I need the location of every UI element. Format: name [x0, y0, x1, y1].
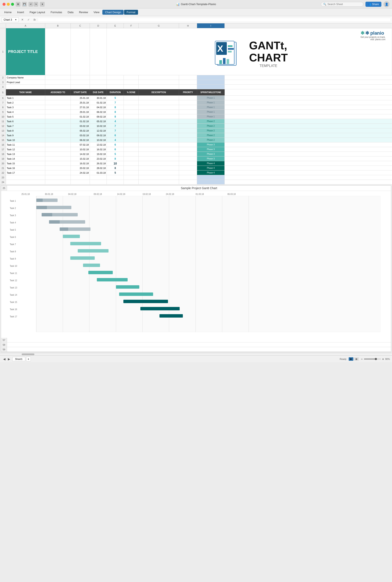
sheet-nav-left[interactable]: ◀: [2, 357, 6, 361]
cell-4-A[interactable]: [6, 85, 45, 89]
cell-58[interactable]: [7, 343, 391, 347]
cell-4-E[interactable]: [107, 85, 124, 89]
cell-2-B[interactable]: [45, 75, 71, 80]
cell-21-F[interactable]: [124, 166, 139, 170]
cell-2-G[interactable]: [139, 75, 179, 80]
minimize-button[interactable]: [7, 3, 10, 6]
cell-2-A[interactable]: Company Name: [6, 75, 45, 80]
cell-13-C[interactable]: 05.02.18: [71, 128, 90, 133]
cell-22-C[interactable]: 24.02.18: [71, 170, 90, 175]
cell-7-G[interactable]: [139, 100, 179, 105]
cell-9-I[interactable]: Phase 1: [197, 110, 225, 114]
cell-23-F[interactable]: [124, 175, 139, 180]
close-button[interactable]: [2, 3, 6, 6]
cell-23-E[interactable]: [107, 175, 124, 180]
cell-19-I[interactable]: Phase 3: [197, 156, 225, 161]
zoom-out-button[interactable]: −: [361, 357, 363, 361]
cell-10-C[interactable]: 01.02.18: [71, 114, 90, 119]
cell-19-G[interactable]: [139, 156, 179, 161]
cell-22-I[interactable]: Phase 4: [197, 170, 225, 175]
cell-16-F[interactable]: [124, 142, 139, 147]
menu-formulas[interactable]: Formulas: [48, 10, 64, 15]
cell-24-I[interactable]: [197, 180, 225, 184]
zoom-in-button[interactable]: +: [382, 357, 384, 361]
cell-17-A[interactable]: Task 12: [6, 147, 45, 152]
cell-7-A[interactable]: Task 2: [6, 100, 45, 105]
cell-20-F[interactable]: [124, 161, 139, 166]
cell-11-H[interactable]: [179, 119, 197, 124]
cell-8-E[interactable]: 8: [107, 105, 124, 110]
cell-23-D[interactable]: [90, 175, 107, 180]
cell-8-D[interactable]: 04.02.18: [90, 105, 107, 110]
cell-21-C[interactable]: 20.02.18: [71, 166, 90, 170]
cell-11-B[interactable]: [45, 119, 71, 124]
cell-16-D[interactable]: 13.02.18: [90, 142, 107, 147]
cell-9-G[interactable]: [139, 110, 179, 114]
cell-15-D[interactable]: 10.02.18: [90, 138, 107, 142]
search-bar[interactable]: 🔍: [321, 2, 363, 7]
cell-24-C[interactable]: [71, 180, 90, 184]
cell-16-A[interactable]: Task 11: [6, 142, 45, 147]
cell-19-H[interactable]: [179, 156, 197, 161]
cell-3-A[interactable]: Project Lead: [6, 80, 45, 84]
cell-15-A[interactable]: Task 10: [6, 138, 45, 142]
cell-1-C[interactable]: [71, 28, 90, 75]
cell-11-G[interactable]: [139, 119, 179, 124]
cell-12-I[interactable]: Phase 2: [197, 124, 225, 128]
cell-4-B[interactable]: [45, 85, 71, 89]
cell-7-H[interactable]: [179, 100, 197, 105]
col-header-B[interactable]: B: [45, 23, 71, 28]
cell-22-B[interactable]: [45, 170, 71, 175]
cell-13-E[interactable]: 7: [107, 128, 124, 133]
cell-15-F[interactable]: [124, 138, 139, 142]
menu-page-layout[interactable]: Page Layout: [27, 10, 48, 15]
cell-2-C[interactable]: [71, 75, 90, 80]
cell-17-B[interactable]: [45, 147, 71, 152]
cell-8-C[interactable]: 27.01.18: [71, 105, 90, 110]
cell-23-A[interactable]: [6, 175, 45, 180]
cell-20-D[interactable]: 26.02.18: [90, 161, 107, 166]
cell-2-E[interactable]: [107, 75, 124, 80]
cell-17-I[interactable]: Phase 3: [197, 147, 225, 152]
cell-22-D[interactable]: 01.03.18: [90, 170, 107, 175]
cell-18-E[interactable]: 5: [107, 152, 124, 156]
cell-18-F[interactable]: [124, 152, 139, 156]
col-header-A[interactable]: A: [6, 23, 45, 28]
cell-17-D[interactable]: 16.02.18: [90, 147, 107, 152]
formula-input[interactable]: [38, 18, 390, 21]
layout-view-icon[interactable]: ▤: [354, 357, 359, 361]
cell-21-H[interactable]: [179, 166, 197, 170]
cell-12-H[interactable]: [179, 124, 197, 128]
cell-23-C[interactable]: [71, 175, 90, 180]
cell-5-F[interactable]: % DONE: [124, 89, 139, 95]
cell-19-B[interactable]: [45, 156, 71, 161]
cell-12-F[interactable]: [124, 124, 139, 128]
menu-review[interactable]: Review: [76, 10, 91, 15]
cell-ref-dropdown-icon[interactable]: ▼: [15, 19, 17, 21]
col-header-D[interactable]: D: [90, 23, 107, 28]
cell-21-A[interactable]: Task 16: [6, 166, 45, 170]
cell-21-G[interactable]: [139, 166, 179, 170]
cell-10-D[interactable]: 09.02.18: [90, 114, 107, 119]
cell-10-G[interactable]: [139, 114, 179, 119]
cell-8-G[interactable]: [139, 105, 179, 110]
cell-11-A[interactable]: Task 6: [6, 119, 45, 124]
cell-6-I[interactable]: Phase 1: [197, 96, 225, 100]
cell-22-E[interactable]: 5: [107, 170, 124, 175]
cell-15-G[interactable]: [139, 138, 179, 142]
cell-8-F[interactable]: [124, 105, 139, 110]
cell-16-I[interactable]: Phase 3: [197, 142, 225, 147]
menu-chart-design[interactable]: Chart Design: [102, 10, 124, 15]
cell-12-B[interactable]: [45, 124, 71, 128]
cell-5-H[interactable]: PRIORITY: [179, 89, 197, 95]
cell-8-A[interactable]: Task 3: [6, 105, 45, 110]
cell-10-I[interactable]: Phase 1: [197, 114, 225, 119]
cell-3-F[interactable]: [124, 80, 139, 84]
cell-8-B[interactable]: [45, 105, 71, 110]
cell-18-C[interactable]: 14.02.18: [71, 152, 90, 156]
cell-3-B[interactable]: [45, 80, 71, 84]
cell-13-F[interactable]: [124, 128, 139, 133]
cell-9-D[interactable]: 06.02.18: [90, 110, 107, 114]
cell-18-H[interactable]: [179, 152, 197, 156]
cell-20-I[interactable]: Phase 4: [197, 161, 225, 166]
